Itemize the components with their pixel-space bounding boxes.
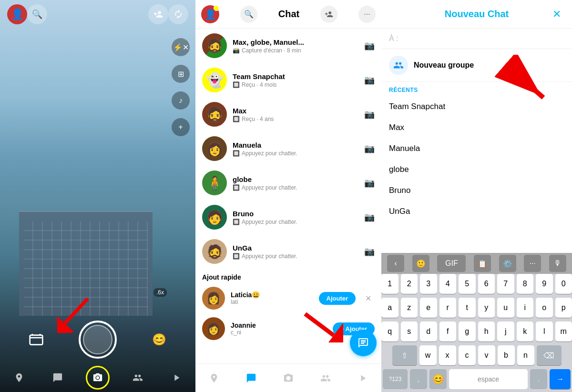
- key-0[interactable]: 0: [555, 274, 572, 294]
- key-k[interactable]: k: [517, 322, 534, 342]
- kb-mic-tool[interactable]: 🎙: [549, 255, 566, 272]
- key-r[interactable]: r: [439, 298, 457, 318]
- key-5[interactable]: 5: [459, 274, 476, 294]
- camera-search-button[interactable]: 🔍: [27, 4, 47, 24]
- key-h[interactable]: h: [478, 322, 495, 342]
- key-8[interactable]: 8: [517, 274, 534, 294]
- recent-globe[interactable]: globe: [381, 159, 572, 180]
- chat-nav-item[interactable]: [47, 367, 68, 388]
- chat-nav-camera[interactable]: [278, 368, 299, 389]
- key-f[interactable]: f: [439, 322, 457, 342]
- add-laticia-button[interactable]: Ajouter: [319, 292, 356, 305]
- dismiss-laticia-button[interactable]: ✕: [361, 291, 375, 305]
- friends-nav-item[interactable]: [127, 367, 148, 388]
- chat-search-button[interactable]: 🔍: [240, 6, 257, 23]
- key-backspace[interactable]: ⌫: [537, 345, 562, 365]
- key-y[interactable]: y: [478, 298, 495, 318]
- key-3[interactable]: 3: [420, 274, 437, 294]
- key-j[interactable]: j: [497, 322, 514, 342]
- grid-tool[interactable]: ⊞: [172, 65, 190, 83]
- chat-camera-icon-5[interactable]: 📷: [364, 178, 375, 188]
- chat-item-group[interactable]: 🧔 Max, globe, Manuel... 📸Capture d'écran…: [195, 29, 381, 63]
- rotate-camera-button[interactable]: [168, 4, 188, 24]
- chat-camera-icon[interactable]: 📷: [364, 40, 375, 51]
- chat-item-snapchat[interactable]: 👻 Team Snapchat 🔲Reçu · 4 mois 📷: [195, 63, 381, 97]
- kb-settings-tool[interactable]: ⚙️: [499, 255, 516, 272]
- chat-item-bruno[interactable]: 🧑 Bruno 🔲Appuyez pour chatter. 📷: [195, 200, 381, 234]
- chat-item-unga[interactable]: 🧔 UnGa 🔲Appuyez pour chatter. 📷: [195, 234, 381, 269]
- chat-nav-stories[interactable]: [352, 368, 373, 389]
- camera-nav-item[interactable]: [86, 366, 110, 390]
- key-emoji[interactable]: 😊: [429, 369, 447, 389]
- kb-gif-tool[interactable]: GIF: [437, 255, 466, 272]
- key-b[interactable]: b: [498, 345, 515, 365]
- chat-nav-chat[interactable]: [241, 368, 262, 389]
- compose-button[interactable]: [350, 330, 377, 356]
- flash-tool[interactable]: ⚡✕: [172, 38, 190, 56]
- key-7[interactable]: 7: [497, 274, 514, 294]
- chat-camera-icon-4[interactable]: 📷: [364, 143, 375, 154]
- key-m[interactable]: m: [555, 322, 572, 342]
- key-e[interactable]: e: [420, 298, 437, 318]
- recent-max[interactable]: Max: [381, 117, 572, 138]
- chat-camera-icon-2[interactable]: 📷: [364, 75, 375, 85]
- key-shift[interactable]: ⇧: [392, 345, 417, 365]
- key-space[interactable]: espace: [449, 369, 528, 389]
- key-d[interactable]: d: [420, 322, 437, 342]
- chat-item-manuela[interactable]: 👩 Manuela 🔲Appuyez pour chatter. 📷: [195, 131, 381, 166]
- key-q[interactable]: q: [381, 322, 398, 342]
- key-1[interactable]: 1: [381, 274, 398, 294]
- chat-nav-map[interactable]: [204, 368, 225, 389]
- recent-manuela[interactable]: Manuela: [381, 138, 572, 159]
- kb-more-tool[interactable]: ···: [524, 255, 541, 272]
- key-s[interactable]: s: [401, 322, 418, 342]
- chat-info-globe: globe 🔲Appuyez pour chatter.: [233, 175, 358, 191]
- chat-more-button[interactable]: ···: [358, 6, 376, 23]
- key-v[interactable]: v: [478, 345, 495, 365]
- to-field[interactable]: À :: [381, 29, 572, 49]
- key-4[interactable]: 4: [439, 274, 457, 294]
- key-p[interactable]: p: [555, 298, 572, 318]
- key-o[interactable]: o: [536, 298, 553, 318]
- key-i[interactable]: i: [517, 298, 534, 318]
- key-numbers[interactable]: ?123: [383, 369, 408, 389]
- chat-camera-icon-7[interactable]: 📷: [364, 246, 375, 257]
- chat-item-globe[interactable]: 🧍 globe 🔲Appuyez pour chatter. 📷: [195, 166, 381, 200]
- recent-unga[interactable]: UnGa: [381, 201, 572, 222]
- key-period[interactable]: .: [530, 369, 547, 389]
- key-w[interactable]: w: [419, 345, 437, 365]
- key-z[interactable]: z: [401, 298, 418, 318]
- chat-add-friend-button[interactable]: [320, 6, 337, 23]
- key-u[interactable]: u: [497, 298, 514, 318]
- more-tool[interactable]: +: [172, 118, 190, 136]
- key-g[interactable]: g: [459, 322, 476, 342]
- profile-avatar[interactable]: 👤: [7, 4, 27, 24]
- key-l[interactable]: l: [536, 322, 553, 342]
- kb-clipboard-tool[interactable]: 📋: [474, 255, 491, 272]
- music-tool[interactable]: ♪: [172, 91, 190, 110]
- emoji-button[interactable]: 😊: [149, 329, 170, 350]
- key-a[interactable]: a: [381, 298, 398, 318]
- kb-emoji-tool[interactable]: 🙂: [412, 255, 429, 272]
- kb-back-tool[interactable]: ‹: [387, 255, 404, 272]
- key-6[interactable]: 6: [478, 274, 495, 294]
- key-n[interactable]: n: [517, 345, 534, 365]
- map-nav-item[interactable]: [9, 367, 30, 388]
- key-comma[interactable]: ,: [410, 369, 427, 389]
- key-c[interactable]: c: [459, 345, 476, 365]
- chat-profile-avatar[interactable]: 👤: [201, 5, 219, 23]
- key-2[interactable]: 2: [401, 274, 418, 294]
- memories-button[interactable]: [26, 329, 47, 350]
- chat-camera-icon-6[interactable]: 📷: [364, 212, 375, 222]
- key-9[interactable]: 9: [536, 274, 553, 294]
- key-go[interactable]: →: [550, 369, 571, 389]
- add-friend-button[interactable]: [148, 4, 168, 24]
- chat-nav-friends[interactable]: [315, 368, 336, 389]
- chat-item-max[interactable]: 🧔 Max 🔲Reçu · 4 ans 📷: [195, 97, 381, 131]
- stories-nav-item[interactable]: [166, 367, 187, 388]
- key-x[interactable]: x: [439, 345, 456, 365]
- recent-bruno[interactable]: Bruno: [381, 180, 572, 201]
- nouveau-close-button[interactable]: ✕: [549, 7, 564, 22]
- key-t[interactable]: t: [459, 298, 476, 318]
- chat-camera-icon-3[interactable]: 📷: [364, 109, 375, 120]
